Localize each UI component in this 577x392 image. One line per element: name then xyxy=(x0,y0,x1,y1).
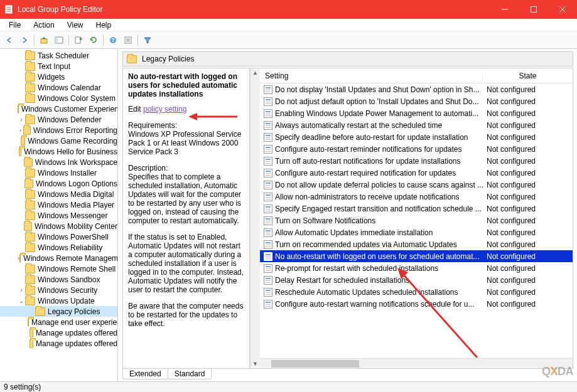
toolbar-separator xyxy=(138,34,138,46)
policy-row[interactable]: Turn on Software NotificationsNot config… xyxy=(260,215,573,226)
properties-button[interactable] xyxy=(121,33,135,47)
policy-row[interactable]: Delay Restart for scheduled installation… xyxy=(260,274,573,286)
column-state[interactable]: State xyxy=(483,72,573,80)
show-tree-button[interactable] xyxy=(52,33,66,47)
tree-item[interactable]: Windows Hello for Business xyxy=(0,146,117,157)
tree-item[interactable]: Windows Mobility Center xyxy=(0,221,117,231)
policy-name: Turn off auto-restart notifications for … xyxy=(275,157,461,166)
menu-view[interactable]: View xyxy=(61,19,90,31)
refresh-button[interactable] xyxy=(87,33,100,47)
chevron-down-icon[interactable]: ⌄ xyxy=(18,297,25,304)
description-body-3: Be aware that the computer needs to be r… xyxy=(128,302,244,328)
watermark-text: DA xyxy=(558,365,573,378)
policy-row[interactable]: Reschedule Automatic Updates scheduled i… xyxy=(260,286,573,298)
policy-row[interactable]: Enabling Windows Update Power Management… xyxy=(260,107,573,119)
toolbar-separator xyxy=(103,34,104,46)
policy-row[interactable]: Turn off auto-restart notifications for … xyxy=(260,155,573,167)
tree-item[interactable]: Task Scheduler xyxy=(0,50,117,61)
policy-row[interactable]: Configure auto-restart warning notificat… xyxy=(260,298,573,310)
tree-item-label: Manage updates offered xyxy=(36,329,117,337)
tree-item[interactable]: Windows Calendar xyxy=(0,82,117,93)
tree-item[interactable]: ›Windows Security xyxy=(0,285,117,295)
up-button[interactable] xyxy=(37,33,51,47)
tree-item[interactable]: Text Input xyxy=(0,61,117,72)
tree-item[interactable]: ›Windows Error Reporting xyxy=(0,125,117,135)
policy-row[interactable]: Specify deadline before auto-restart for… xyxy=(260,131,573,143)
column-setting[interactable]: Setting xyxy=(260,72,483,80)
tree-item[interactable]: Manage updates offered xyxy=(0,338,117,349)
menu-action[interactable]: Action xyxy=(27,19,60,31)
column-headers[interactable]: Setting State xyxy=(260,68,573,83)
tab-standard[interactable]: Standard xyxy=(168,369,212,379)
tree-item[interactable]: Windows Sandbox xyxy=(0,274,117,285)
policy-state: Not configured xyxy=(483,264,573,273)
policy-list[interactable]: Do not display 'Install Updates and Shut… xyxy=(260,83,573,358)
menu-file[interactable]: File xyxy=(3,19,27,31)
tree-item[interactable]: Windows Ink Workspace xyxy=(0,157,117,167)
tree-item[interactable]: Windows PowerShell xyxy=(0,231,117,242)
back-button[interactable] xyxy=(3,33,16,47)
policy-row[interactable]: Turn on recommended updates via Automati… xyxy=(260,238,573,250)
close-button[interactable] xyxy=(548,0,577,19)
tree-item[interactable]: Windows Installer xyxy=(0,167,117,178)
filter-button[interactable] xyxy=(141,33,154,47)
tree-item[interactable]: Windows Reliability xyxy=(0,242,117,253)
tree-item-label: Task Scheduler xyxy=(38,51,89,60)
description-scrollbar[interactable]: ▲ ▼ xyxy=(250,68,260,368)
policy-row[interactable]: Allow non-administrators to receive upda… xyxy=(260,191,573,203)
tree-item-label: Windows Sandbox xyxy=(38,275,100,284)
scroll-up-icon[interactable]: ▲ xyxy=(252,68,258,77)
policy-icon xyxy=(264,193,272,201)
tree-item-label: Legacy Policies xyxy=(48,307,100,316)
tab-extended[interactable]: Extended xyxy=(122,369,168,379)
policy-icon xyxy=(264,109,272,118)
export-button[interactable] xyxy=(72,33,85,47)
tree-item[interactable]: Legacy Policies xyxy=(0,306,117,317)
policy-row[interactable]: Allow Automatic Updates immediate instal… xyxy=(260,226,573,238)
tree-item-label: Windows Mobility Center xyxy=(35,222,117,231)
tree-pane[interactable]: Task SchedulerText InputWidgetsWindows C… xyxy=(0,49,118,381)
tree-item[interactable]: Manage end user experience xyxy=(0,317,117,327)
tree-item[interactable]: Widgets xyxy=(0,72,117,82)
watermark: QXDA xyxy=(542,365,573,378)
policy-row[interactable]: Do not display 'Install Updates and Shut… xyxy=(260,83,573,95)
scrollbar-thumb[interactable] xyxy=(271,360,359,368)
requirements-body: Windows XP Professional Service Pack 1 o… xyxy=(128,130,242,156)
policy-row[interactable]: Configure auto-restart required notifica… xyxy=(260,167,573,179)
chevron-right-icon[interactable]: › xyxy=(18,116,25,123)
policy-icon xyxy=(264,204,272,213)
tree-item[interactable]: ›Windows Remote Management xyxy=(0,253,117,263)
scroll-down-icon[interactable]: ▼ xyxy=(252,359,258,368)
minimize-button[interactable] xyxy=(490,0,519,19)
tree-item[interactable]: Windows Game Recording xyxy=(0,135,117,146)
policy-row[interactable]: Always automatically restart at the sche… xyxy=(260,119,573,131)
tree-item[interactable]: Windows Logon Options xyxy=(0,178,117,189)
tree-item[interactable]: Windows Color System xyxy=(0,93,117,103)
chevron-right-icon[interactable]: › xyxy=(18,127,23,134)
tree-item[interactable]: ›Windows Defender xyxy=(0,114,117,125)
policy-row[interactable]: Re-prompt for restart with scheduled ins… xyxy=(260,262,573,274)
policy-list-pane: Setting State Do not display 'Install Up… xyxy=(260,68,573,368)
policy-row[interactable]: No auto-restart with logged on users for… xyxy=(260,250,573,262)
folder-icon xyxy=(30,339,33,348)
menu-help[interactable]: Help xyxy=(90,19,118,31)
policy-row[interactable]: Do not adjust default option to 'Install… xyxy=(260,95,573,107)
tree-item[interactable]: Windows Messenger xyxy=(0,210,117,221)
chevron-right-icon[interactable]: › xyxy=(18,287,25,294)
help-button[interactable]: ? xyxy=(106,33,120,47)
tree-item[interactable]: Windows Remote Shell xyxy=(0,263,117,274)
policy-row[interactable]: Specify Engaged restart transition and n… xyxy=(260,203,573,215)
tree-item[interactable]: Windows Customer Experience xyxy=(0,103,117,114)
tree-item[interactable]: Manage updates offered xyxy=(0,327,117,338)
edit-policy-link[interactable]: policy setting xyxy=(143,105,186,114)
policy-row[interactable]: Configure auto-restart reminder notifica… xyxy=(260,143,573,155)
horizontal-scrollbar[interactable] xyxy=(260,358,573,368)
maximize-button[interactable] xyxy=(519,0,548,19)
folder-icon xyxy=(25,233,35,241)
forward-button[interactable] xyxy=(18,33,31,47)
tree-item[interactable]: ⌄Windows Update xyxy=(0,295,117,306)
policy-name: No auto-restart with logged on users for… xyxy=(275,252,480,261)
tree-item[interactable]: Windows Media Digital xyxy=(0,189,117,199)
policy-row[interactable]: Do not allow update deferral policies to… xyxy=(260,179,573,191)
tree-item[interactable]: Windows Media Player xyxy=(0,199,117,210)
